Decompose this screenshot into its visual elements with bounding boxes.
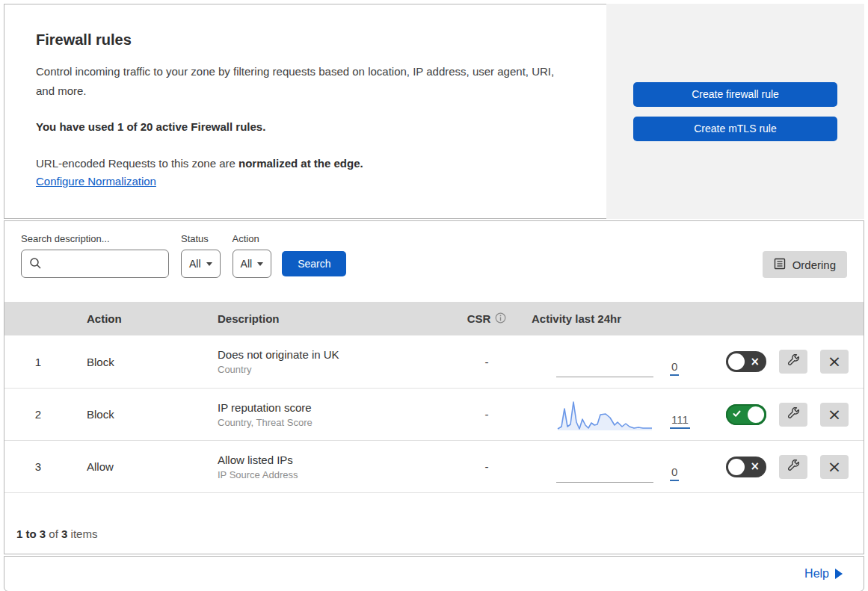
pagination-items: items xyxy=(71,527,98,540)
description-column-header: Description xyxy=(203,312,446,325)
rule-index: 1 xyxy=(4,356,72,368)
rule-index: 3 xyxy=(4,460,72,473)
action-column-header: Action xyxy=(72,312,203,325)
action-dropdown-value: All xyxy=(241,258,253,270)
rule-enabled-toggle[interactable] xyxy=(726,404,766,425)
rule-fields: Country, Threat Score xyxy=(218,417,446,428)
action-dropdown[interactable]: All xyxy=(233,250,272,278)
actions-panel: Create firewall rule Create mTLS rule xyxy=(606,4,864,219)
rule-csr-value: - xyxy=(446,356,528,368)
table-body: 1 Block Does not originate in UK Country… xyxy=(4,335,864,493)
table-row: 3 Allow Allow listed IPs IP Source Addre… xyxy=(4,440,864,492)
rule-action: Allow xyxy=(72,460,203,473)
rule-fields: IP Source Address xyxy=(218,469,446,480)
pagination-total: 3 xyxy=(61,527,67,540)
rules-list-card: Search description... Status All Action xyxy=(4,220,864,554)
rule-activity-cell: 111 xyxy=(528,399,718,430)
table-row: 2 Block IP reputation score Country, Thr… xyxy=(4,388,864,440)
pagination-range: 1 to 3 xyxy=(16,527,46,540)
rule-index: 2 xyxy=(4,408,72,421)
top-section: Firewall rules Control incoming traffic … xyxy=(4,4,864,219)
edit-rule-button[interactable] xyxy=(779,403,807,427)
wrench-icon xyxy=(787,354,800,369)
rule-description-cell: IP reputation score Country, Threat Scor… xyxy=(203,401,446,428)
delete-rule-button[interactable]: × xyxy=(820,403,849,427)
search-input[interactable] xyxy=(21,250,169,278)
configure-normalization-link[interactable]: Configure Normalization xyxy=(36,175,156,188)
chevron-down-icon xyxy=(206,262,212,266)
ordering-button-label: Ordering xyxy=(792,259,836,271)
ordering-button[interactable]: Ordering xyxy=(763,251,847,278)
rule-csr-value: - xyxy=(446,460,528,473)
table-header-row: Action Description CSR Activity last 24h… xyxy=(4,302,864,335)
toggle-knob xyxy=(748,406,764,423)
rule-enabled-toggle[interactable]: × xyxy=(726,457,766,477)
status-filter-group: Status All xyxy=(181,233,221,278)
create-mtls-rule-button[interactable]: Create mTLS rule xyxy=(633,117,837,141)
list-document-icon xyxy=(774,258,786,272)
activity-count-link[interactable]: 0 xyxy=(670,465,679,481)
rule-description-cell: Does not originate in UK Country xyxy=(203,348,446,375)
delete-rule-button[interactable]: × xyxy=(820,455,849,479)
close-icon: × xyxy=(828,406,841,423)
right-arrow-icon xyxy=(835,569,843,579)
edit-rule-button[interactable] xyxy=(779,350,807,374)
status-dropdown-value: All xyxy=(189,258,201,270)
edit-rule-button[interactable] xyxy=(779,455,807,479)
filter-bar: Search description... Status All Action xyxy=(4,221,864,302)
pagination-of: of xyxy=(49,527,58,540)
x-mark-icon: × xyxy=(750,356,760,368)
x-mark-icon: × xyxy=(750,461,760,472)
search-label: Search description... xyxy=(21,233,169,244)
rule-enabled-toggle[interactable]: × xyxy=(726,351,766,372)
firewall-rules-page: Firewall rules Control incoming traffic … xyxy=(0,4,868,591)
help-link[interactable]: Help xyxy=(804,567,829,581)
header-card: Firewall rules Control incoming traffic … xyxy=(4,4,606,219)
csr-column-header: CSR xyxy=(446,312,528,326)
search-icon xyxy=(29,257,42,273)
rule-description: IP reputation score xyxy=(218,401,446,414)
page-title: Firewall rules xyxy=(36,31,575,49)
activity-column-header: Activity last 24hr xyxy=(528,312,718,325)
wrench-icon xyxy=(787,460,800,474)
activity-sparkline-flat xyxy=(556,346,653,377)
action-filter-group: Action All xyxy=(233,233,272,278)
activity-sparkline-chart xyxy=(556,399,653,430)
close-icon: × xyxy=(828,353,841,370)
page-description: Control incoming traffic to your zone by… xyxy=(36,62,567,101)
rule-activity-cell: 0 xyxy=(528,451,718,483)
rule-fields: Country xyxy=(218,364,446,375)
action-label: Action xyxy=(233,233,272,244)
chevron-down-icon xyxy=(257,262,263,266)
rule-description-cell: Allow listed IPs IP Source Address xyxy=(203,454,446,480)
status-dropdown[interactable]: All xyxy=(181,250,221,278)
activity-count-link[interactable]: 0 xyxy=(670,360,679,376)
table-row: 1 Block Does not originate in UK Country… xyxy=(4,335,864,388)
close-icon: × xyxy=(828,459,841,475)
rule-csr-value: - xyxy=(446,408,528,421)
csr-header-label: CSR xyxy=(467,312,491,325)
activity-count-link[interactable]: 111 xyxy=(670,413,690,429)
rule-controls: × × xyxy=(718,455,864,479)
rule-activity-cell: 0 xyxy=(528,346,718,377)
toggle-knob xyxy=(728,353,745,370)
search-button[interactable]: Search xyxy=(282,251,346,276)
status-label: Status xyxy=(181,233,221,244)
usage-summary: You have used 1 of 20 active Firewall ru… xyxy=(36,120,575,133)
rule-description: Does not originate in UK xyxy=(218,348,446,361)
rule-description: Allow listed IPs xyxy=(218,454,446,466)
normalization-text: URL-encoded Requests to this zone are xyxy=(36,157,238,170)
check-icon xyxy=(732,408,742,421)
rule-action: Block xyxy=(72,356,203,368)
rule-controls: × xyxy=(718,403,864,427)
activity-sparkline-flat xyxy=(556,451,653,483)
wrench-icon xyxy=(787,407,800,422)
normalization-bold-text: normalized at the edge. xyxy=(238,157,363,170)
create-firewall-rule-button[interactable]: Create firewall rule xyxy=(633,82,837,107)
help-footer: Help xyxy=(4,556,864,591)
info-icon[interactable] xyxy=(495,312,506,326)
pagination-summary: 1 to 3 of 3 items xyxy=(4,493,864,554)
delete-rule-button[interactable]: × xyxy=(820,350,849,374)
rule-controls: × × xyxy=(718,350,864,374)
rule-action: Block xyxy=(72,408,203,421)
